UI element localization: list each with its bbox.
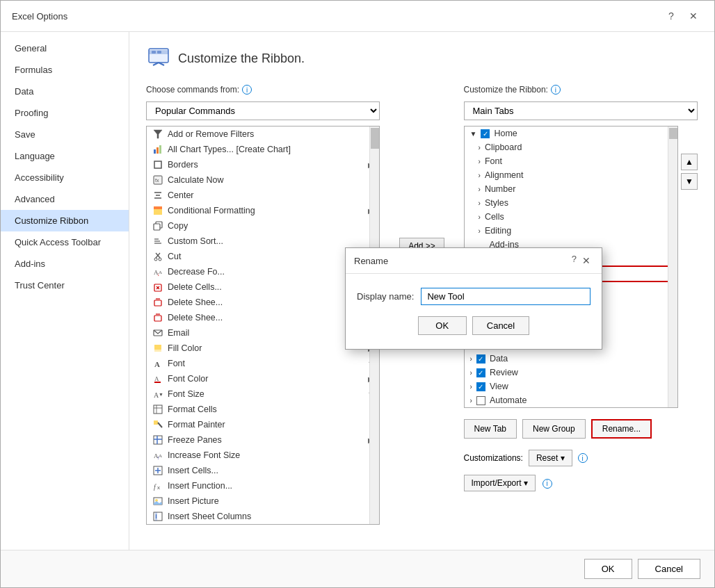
tree-item-review[interactable]: › ✓ Review: [465, 366, 677, 379]
home-checkbox[interactable]: ✓: [481, 129, 490, 138]
list-item[interactable]: Borders ▶: [147, 157, 379, 172]
customizations-label: Customizations:: [464, 453, 523, 463]
center-icon: [152, 190, 163, 201]
list-item[interactable]: Conditional Formatting ▶: [147, 203, 379, 218]
tree-item-alignment[interactable]: › Alignment: [465, 168, 677, 182]
close-button[interactable]: ✕: [684, 8, 703, 24]
reset-button[interactable]: Reset ▾: [529, 450, 572, 466]
help-button[interactable]: ?: [661, 8, 681, 24]
list-item[interactable]: Format Painter: [147, 417, 379, 432]
sidebar-item-data[interactable]: Data: [1, 81, 129, 102]
list-item[interactable]: Insert Sheet Columns: [147, 509, 379, 524]
rename-button[interactable]: Rename...: [591, 419, 652, 439]
svg-text:A: A: [154, 360, 160, 368]
list-item[interactable]: Center: [147, 188, 379, 203]
excel-options-window: Excel Options ? ✕ General Formulas Data …: [0, 0, 715, 588]
list-item[interactable]: A▼ Font Size ▼: [147, 386, 379, 402]
list-item[interactable]: Freeze Panes ▶: [147, 432, 379, 448]
tree-item-font[interactable]: › Font: [465, 154, 677, 168]
modal-ok-button[interactable]: OK: [418, 316, 467, 335]
expand-icon: ›: [470, 369, 472, 377]
move-down-button[interactable]: ▼: [681, 173, 698, 190]
expand-icon: ▼: [470, 130, 477, 138]
tree-item-number[interactable]: › Number: [465, 182, 677, 196]
svg-point-23: [154, 258, 157, 261]
data-checkbox[interactable]: ✓: [476, 354, 485, 364]
window-title: Excel Options: [12, 11, 67, 22]
sidebar-item-general[interactable]: General: [1, 38, 129, 59]
modal-close-button[interactable]: ✕: [579, 254, 593, 268]
list-item-font[interactable]: A Font ▼: [147, 356, 379, 371]
fontcolor-icon: A: [152, 373, 163, 384]
commands-from-dropdown[interactable]: Popular Commands: [146, 101, 380, 120]
list-item[interactable]: AA↑ Increase Font Size: [147, 448, 379, 463]
tree-item-view[interactable]: › ✓ View: [465, 379, 677, 393]
delete2-icon: [152, 297, 163, 308]
sidebar-item-advanced[interactable]: Advanced: [1, 188, 129, 210]
list-item[interactable]: Add or Remove Filters: [147, 126, 379, 142]
tree-item-home[interactable]: ▼ ✓ Home: [465, 126, 677, 140]
left-scrollbar-thumb[interactable]: [371, 128, 379, 149]
calc-icon: fx: [152, 174, 163, 186]
arrow-buttons: ▲ ▼: [681, 154, 698, 408]
right-scrollbar-thumb[interactable]: [669, 128, 677, 139]
sidebar-item-accessibility[interactable]: Accessibility: [1, 167, 129, 188]
sidebar-item-save[interactable]: Save: [1, 124, 129, 145]
list-item[interactable]: fx Calculate Now: [147, 172, 379, 188]
sidebar-item-customize-ribbon[interactable]: Customize Ribbon: [1, 210, 129, 231]
sidebar-item-quick-access[interactable]: Quick Access Toolbar: [1, 231, 129, 253]
sidebar-item-formulas[interactable]: Formulas: [1, 59, 129, 81]
list-item[interactable]: A Font Color ▶: [147, 371, 379, 386]
customize-ribbon-icon: [146, 46, 171, 71]
insertpic-icon: [152, 496, 163, 507]
view-checkbox[interactable]: ✓: [476, 382, 485, 391]
tree-item-cells[interactable]: › Cells: [465, 210, 677, 224]
tree-item-data[interactable]: › ✓ Data: [465, 352, 677, 366]
expand-icon: ›: [479, 158, 481, 165]
list-item[interactable]: Insert Cells...: [147, 463, 379, 478]
automate-checkbox[interactable]: [476, 396, 485, 405]
display-name-label: Display name:: [357, 291, 414, 302]
list-item[interactable]: Custom Sort...: [147, 234, 379, 249]
right-list-scrollbar[interactable]: [668, 126, 677, 407]
list-item[interactable]: fx Insert Function...: [147, 478, 379, 493]
tree-item-editing[interactable]: › Editing: [465, 224, 677, 238]
sidebar-item-language[interactable]: Language: [1, 145, 129, 167]
svg-text:A: A: [154, 375, 159, 382]
tree-item-automate[interactable]: › Automate: [465, 393, 677, 407]
display-name-input[interactable]: [421, 288, 591, 305]
painter-icon: [152, 419, 163, 430]
reset-info-icon[interactable]: i: [578, 453, 588, 463]
new-tab-button[interactable]: New Tab: [464, 419, 517, 439]
sidebar-item-add-ins[interactable]: Add-ins: [1, 253, 129, 275]
review-checkbox[interactable]: ✓: [476, 368, 485, 377]
right-info-icon[interactable]: i: [551, 85, 561, 95]
chart-icon: [152, 144, 163, 155]
import-export-info-icon[interactable]: i: [543, 479, 552, 489]
list-item[interactable]: All Chart Types... [Create Chart]: [147, 142, 379, 157]
svg-rect-63: [154, 512, 162, 521]
cut-icon: [152, 251, 163, 262]
svg-rect-9: [159, 145, 161, 154]
list-item[interactable]: Format Cells: [147, 402, 379, 417]
expand-icon: ›: [479, 227, 481, 235]
ok-button[interactable]: OK: [584, 559, 632, 579]
sidebar-item-proofing[interactable]: Proofing: [1, 102, 129, 124]
page-title-row: Customize the Ribbon.: [146, 46, 698, 71]
ribbon-dropdown[interactable]: Main Tabs: [464, 101, 698, 120]
import-export-button[interactable]: Import/Export ▾: [464, 475, 536, 491]
cancel-button[interactable]: Cancel: [638, 559, 700, 579]
list-item-copy[interactable]: Copy: [147, 218, 379, 234]
svg-text:fx: fx: [155, 178, 159, 183]
move-up-button[interactable]: ▲: [681, 154, 698, 170]
list-item[interactable]: Insert Picture: [147, 493, 379, 509]
tree-item-clipboard[interactable]: › Clipboard: [465, 140, 677, 154]
modal-cancel-button[interactable]: Cancel: [472, 316, 529, 335]
sidebar-item-trust-center[interactable]: Trust Center: [1, 275, 129, 296]
new-group-button[interactable]: New Group: [522, 419, 586, 439]
svg-rect-39: [154, 350, 161, 352]
left-info-icon[interactable]: i: [242, 85, 252, 95]
tree-item-styles[interactable]: › Styles: [465, 196, 677, 210]
modal-help-btn[interactable]: ?: [572, 254, 577, 268]
fill-icon: [152, 343, 163, 354]
